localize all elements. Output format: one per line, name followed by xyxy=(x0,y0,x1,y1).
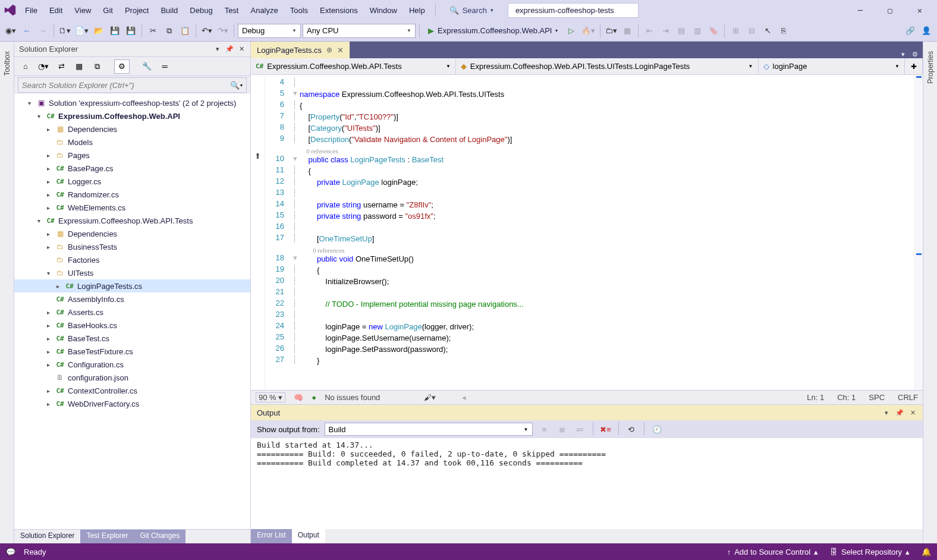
output-source-dropdown[interactable]: Build▼ xyxy=(325,423,533,436)
expand-icon[interactable]: ▸ xyxy=(44,152,52,159)
issues-label[interactable]: No issues found xyxy=(325,393,380,402)
tree-node[interactable]: ▸C#Logger.cs xyxy=(14,175,250,188)
menu-test[interactable]: Test xyxy=(219,4,245,17)
clear-output-button[interactable]: ✖≡ xyxy=(599,422,613,436)
member-context-dropdown[interactable]: ◇ loginPage▼ xyxy=(759,58,905,74)
pin-icon[interactable]: 📌 xyxy=(225,45,234,54)
out-btn-1[interactable]: ≡ xyxy=(537,422,552,436)
expand-icon[interactable]: ▸ xyxy=(44,244,52,250)
zoom-dropdown[interactable]: 90 % ▾ xyxy=(256,392,285,402)
minimize-button[interactable]: ─ xyxy=(847,1,874,19)
expand-icon[interactable]: ▸ xyxy=(44,309,52,316)
menu-window[interactable]: Window xyxy=(364,4,403,17)
configuration-dropdown[interactable]: Debug▼ xyxy=(238,24,301,38)
browse-button[interactable]: 🗀▾ xyxy=(604,24,618,38)
tree-node[interactable]: ▾▣Solution 'expressium-coffeeshop-tests'… xyxy=(14,96,250,109)
expand-icon[interactable]: ▾ xyxy=(34,113,43,119)
menu-edit[interactable]: Edit xyxy=(43,4,68,17)
select-repo-button[interactable]: 🗄 Select Repository ▴ xyxy=(830,548,910,556)
tree-node[interactable]: ▸C#LoginPageTests.cs xyxy=(14,279,250,292)
left-tab[interactable]: Test Explorer xyxy=(80,530,134,543)
space-indicator[interactable]: SPC xyxy=(869,393,885,402)
solution-search[interactable]: 🔍▾ xyxy=(18,77,247,93)
intellisense-icon[interactable]: 🧠 xyxy=(294,393,303,402)
tree-node[interactable]: ▸C#BaseTest.cs xyxy=(14,332,250,345)
menu-analyze[interactable]: Analyze xyxy=(244,4,284,17)
close-button[interactable]: ✕ xyxy=(906,1,933,19)
code-editor[interactable]: ⬆ 45678910111213141516171819202122232425… xyxy=(251,75,923,390)
start-debug-button[interactable]: ▶ Expressium.Coffeeshop.Web.API ▾ xyxy=(423,24,562,38)
tree-node[interactable]: C#AssemblyInfo.cs xyxy=(14,292,250,306)
platform-dropdown[interactable]: Any CPU▼ xyxy=(303,24,416,38)
fold-margin[interactable]: │▾││││▾│││││││▾│││││││││ xyxy=(290,75,300,390)
comment-button[interactable]: ▤ xyxy=(674,24,688,38)
expand-icon[interactable]: ▸ xyxy=(44,191,52,198)
split-button[interactable]: ✚ xyxy=(905,58,923,74)
tb-icon-1[interactable]: ▦ xyxy=(620,24,634,38)
feedback-icon[interactable]: 💬 xyxy=(6,548,15,556)
tb-icon-a[interactable]: ⊞ xyxy=(728,24,743,38)
save-all-button[interactable]: 💾 xyxy=(124,24,138,38)
sln-btn-6[interactable]: ⚙ xyxy=(114,59,130,74)
output-tab[interactable]: Output xyxy=(292,529,325,543)
tab-menu-icon[interactable]: ▾ xyxy=(899,50,907,58)
expand-icon[interactable]: ▸ xyxy=(44,322,52,329)
project-context-dropdown[interactable]: C# Expressium.Coffeeshop.Web.API.Tests▼ xyxy=(251,58,456,74)
sync-button[interactable]: ⇄ xyxy=(54,59,69,74)
tree-node[interactable]: ▾C#Expressium.Coffeeshop.Web.API xyxy=(14,109,250,122)
undo-button[interactable]: ↶▾ xyxy=(200,24,214,38)
tree-node[interactable]: 🗎configuration.json xyxy=(14,371,250,384)
expand-icon[interactable]: ▸ xyxy=(54,283,62,290)
hot-reload-button[interactable]: 🔥▾ xyxy=(580,24,596,38)
pane-menu-icon[interactable]: ▾ xyxy=(882,408,891,417)
file-tab-active[interactable]: LoginPageTests.cs ⊕ ✕ xyxy=(251,42,350,58)
solution-tree[interactable]: ▾▣Solution 'expressium-coffeeshop-tests'… xyxy=(14,94,250,529)
tree-node[interactable]: ▸🗀Pages xyxy=(14,149,250,162)
tree-node[interactable]: ▸C#BasePage.cs xyxy=(14,162,250,175)
sln-btn-5[interactable]: ⧉ xyxy=(89,59,105,74)
save-button[interactable]: 💾 xyxy=(108,24,122,38)
scrollbar-minimap[interactable] xyxy=(914,75,923,390)
redo-button[interactable]: ↷▾ xyxy=(216,24,230,38)
pane-close-icon[interactable]: ✕ xyxy=(237,45,246,54)
search-menu[interactable]: 🔍 Search ▾ xyxy=(445,5,498,16)
share-button[interactable]: 🔗 xyxy=(903,24,917,38)
tree-node[interactable]: ▸C#Asserts.cs xyxy=(14,306,250,319)
output-tab[interactable]: Error List xyxy=(251,529,292,543)
tree-node[interactable]: 🗀Factories xyxy=(14,253,250,266)
menu-help[interactable]: Help xyxy=(403,4,431,17)
properties-button[interactable]: 🔧 xyxy=(139,59,155,74)
expand-icon[interactable]: ▾ xyxy=(34,218,43,224)
solution-name-box[interactable]: expressium-coffeeshop-tests xyxy=(508,3,639,18)
indent-more-button[interactable]: ⇥ xyxy=(658,24,672,38)
tree-node[interactable]: ▸▦Dependencies xyxy=(14,227,250,240)
bookmark-button[interactable]: 🔖 xyxy=(706,24,721,38)
timestamp-button[interactable]: 🕘 xyxy=(650,422,664,436)
class-context-dropdown[interactable]: ◆ Expressium.Coffeeshop.Web.API.Tests.UI… xyxy=(456,58,759,74)
tb-icon-c[interactable]: ↖ xyxy=(760,24,775,38)
paste-button[interactable]: 📋 xyxy=(178,24,192,38)
tree-node[interactable]: ▸🗀BusinessTests xyxy=(14,240,250,253)
open-file-button[interactable]: 📂 xyxy=(92,24,106,38)
output-text[interactable]: Build started at 14.37... ========== Bui… xyxy=(251,438,923,529)
tree-node[interactable]: ▸▦Dependencies xyxy=(14,122,250,136)
pin-icon[interactable]: ⊕ xyxy=(326,46,332,54)
menu-build[interactable]: Build xyxy=(155,4,184,17)
left-tab[interactable]: Solution Explorer xyxy=(14,530,80,543)
maximize-button[interactable]: ▢ xyxy=(876,1,904,19)
expand-icon[interactable]: ▸ xyxy=(44,348,52,355)
tab-settings-icon[interactable]: ⚙ xyxy=(911,50,919,58)
tree-node[interactable]: ▸C#WebElements.cs xyxy=(14,201,250,214)
scroll-left-icon[interactable]: ◂ xyxy=(462,393,466,402)
tree-node[interactable]: ▸C#ContextController.cs xyxy=(14,384,250,397)
menu-file[interactable]: File xyxy=(19,4,43,17)
nav-forward-button[interactable]: → xyxy=(36,24,50,38)
expand-icon[interactable]: ▾ xyxy=(25,100,33,106)
tree-node[interactable]: ▾🗀UITests xyxy=(14,266,250,279)
expand-icon[interactable]: ▸ xyxy=(44,165,52,172)
col-indicator[interactable]: Ch: 1 xyxy=(837,393,856,402)
tree-node[interactable]: ▾C#Expressium.Coffeeshop.Web.API.Tests xyxy=(14,214,250,227)
code-area[interactable]: namespace Expressium.Coffeeshop.Web.API.… xyxy=(300,75,914,390)
new-project-button[interactable]: 🗋▾ xyxy=(58,24,72,38)
wrap-button[interactable]: ⟲ xyxy=(624,422,639,436)
